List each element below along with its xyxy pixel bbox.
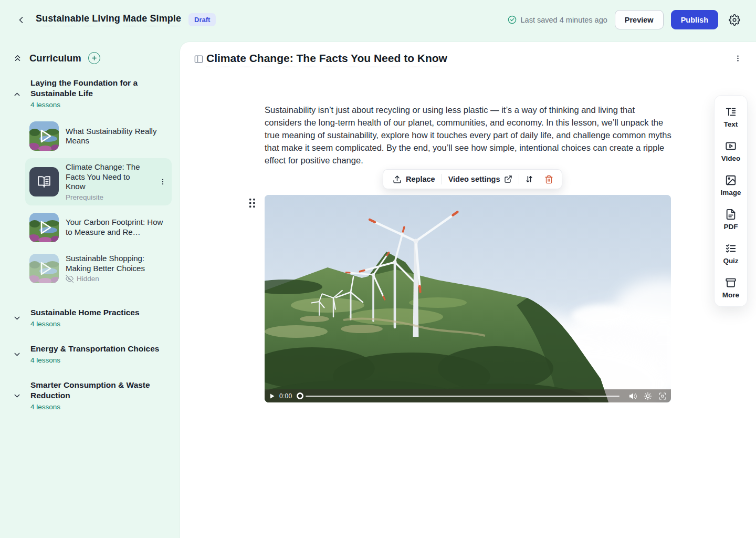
add-pdf-block-button[interactable]: PDF	[724, 209, 738, 231]
add-video-block-button[interactable]: Video	[721, 140, 741, 162]
lesson-list: What Sustainability Really Means Climate…	[25, 117, 172, 287]
lesson-item-selected[interactable]: Climate Change: The Facts You Need to Kn…	[25, 158, 172, 205]
trash-icon	[544, 175, 553, 184]
lesson-count: 4 lessons	[30, 403, 172, 411]
grip-dots-icon	[249, 198, 256, 209]
reading-thumbnail	[29, 167, 59, 196]
lesson-item-hidden[interactable]: Sustainable Shopping: Making Better Choi…	[25, 250, 172, 287]
arrows-up-down-icon	[524, 174, 534, 184]
video-icon	[725, 140, 737, 152]
settings-button[interactable]	[727, 12, 742, 28]
topbar-actions: Last saved 4 minutes ago Preview Publish	[508, 10, 742, 29]
chevron-left-icon	[16, 15, 26, 25]
text-icon	[725, 106, 737, 118]
add-section-button[interactable]	[88, 52, 100, 64]
replace-label: Replace	[406, 175, 435, 183]
quiz-checklist-icon	[725, 243, 737, 254]
lesson-subtitle: Prerequisite	[66, 193, 151, 201]
save-status: Last saved 4 minutes ago	[508, 15, 607, 24]
tool-label: PDF	[724, 223, 738, 231]
lesson-count: 4 lessons	[30, 101, 172, 109]
kebab-icon	[734, 54, 742, 63]
curriculum-section: Energy & Transportation Choices 4 lesson…	[13, 344, 172, 364]
block-tools-panel: Text Video Image PDF	[714, 95, 748, 307]
video-player[interactable]: 0:00	[265, 195, 671, 402]
archive-box-icon	[725, 277, 737, 288]
panel-icon	[194, 54, 204, 64]
chevron-down-icon	[13, 314, 22, 323]
player-settings-button[interactable]	[644, 392, 652, 400]
progress-bar[interactable]	[306, 396, 620, 397]
replace-button[interactable]: Replace	[386, 170, 442, 189]
block-drag-handle[interactable]	[249, 198, 256, 209]
section-header[interactable]: Laying the Foundation for a Sustainable …	[13, 78, 172, 109]
upload-icon	[393, 175, 402, 184]
section-title: Laying the Foundation for a Sustainable …	[30, 78, 138, 98]
section-header[interactable]: Sustainable Home Practices 4 lessons	[13, 307, 172, 328]
tool-label: More	[722, 291, 739, 299]
curriculum-header: Curriculum	[13, 52, 172, 64]
tool-label: Quiz	[723, 257, 738, 265]
toggle-sidebar-button[interactable]	[194, 54, 204, 64]
book-open-icon	[37, 175, 51, 189]
chevron-down-icon	[13, 391, 22, 400]
section-header[interactable]: Smarter Consumption & Waste Reduction 4 …	[13, 380, 172, 411]
tool-label: Video	[721, 154, 741, 162]
video-settings-label: Video settings	[448, 175, 500, 183]
curriculum-sidebar: Curriculum Laying the Foundation for a S…	[0, 39, 180, 538]
chevron-down-icon	[13, 350, 22, 359]
section-title: Energy & Transportation Choices	[30, 344, 159, 353]
add-text-block-button[interactable]: Text	[724, 106, 738, 128]
video-frame-windfarm	[265, 195, 671, 402]
curriculum-section: Smarter Consumption & Waste Reduction 4 …	[13, 380, 172, 411]
chevron-up-icon	[13, 90, 22, 99]
publish-button[interactable]: Publish	[671, 10, 718, 29]
lesson-editor: Climate Change: The Facts You Need to Kn…	[180, 42, 756, 538]
video-time: 0:00	[279, 392, 292, 400]
lesson-paragraph[interactable]: Sustainability isn’t just about recyclin…	[265, 104, 673, 167]
lesson-item[interactable]: What Sustainability Really Means	[25, 117, 172, 155]
video-thumbnail	[29, 121, 59, 151]
course-title[interactable]: Sustainable Living Made Simple	[36, 13, 181, 26]
status-badge: Draft	[188, 13, 216, 26]
lesson-title: Sustainable Shopping: Making Better Choi…	[66, 254, 167, 273]
fullscreen-button[interactable]	[658, 392, 667, 400]
lesson-menu-button[interactable]	[158, 175, 167, 188]
more-blocks-button[interactable]: More	[722, 277, 739, 299]
section-title: Sustainable Home Practices	[30, 308, 140, 317]
save-status-text: Last saved 4 minutes ago	[521, 16, 607, 24]
video-settings-button[interactable]: Video settings	[442, 170, 519, 189]
eye-off-icon	[66, 275, 74, 283]
lesson-subtitle: Hidden	[66, 275, 167, 283]
hidden-label: Hidden	[77, 275, 99, 283]
video-thumbnail	[29, 213, 59, 242]
play-button[interactable]	[269, 393, 275, 399]
topbar: Sustainable Living Made Simple Draft Las…	[0, 0, 756, 39]
preview-button[interactable]: Preview	[615, 10, 664, 29]
section-header[interactable]: Energy & Transportation Choices 4 lesson…	[13, 344, 172, 364]
lesson-options-button[interactable]	[734, 54, 742, 63]
delete-block-button[interactable]	[539, 170, 559, 189]
collapse-all-button[interactable]	[13, 53, 23, 63]
add-quiz-block-button[interactable]: Quiz	[723, 243, 738, 265]
curriculum-title: Curriculum	[29, 53, 81, 64]
volume-button[interactable]	[629, 392, 637, 400]
video-thumbnail	[29, 254, 59, 283]
lesson-title: Your Carbon Footprint: How to Measure an…	[66, 218, 167, 237]
lesson-item[interactable]: Your Carbon Footprint: How to Measure an…	[25, 209, 172, 246]
scrubber-handle[interactable]	[297, 392, 303, 399]
tool-label: Image	[720, 189, 741, 196]
move-block-button[interactable]	[519, 170, 539, 189]
lesson-count: 4 lessons	[30, 320, 172, 328]
video-controls: 0:00	[265, 389, 671, 402]
lesson-title: Climate Change: The Facts You Need to Kn…	[66, 162, 151, 192]
lesson-title-heading[interactable]: Climate Change: The Facts You Need to Kn…	[206, 52, 447, 67]
lesson-title: What Sustainability Really Means	[66, 127, 167, 146]
curriculum-section: Sustainable Home Practices 4 lessons	[13, 307, 172, 328]
back-button[interactable]	[14, 13, 28, 27]
add-image-block-button[interactable]: Image	[720, 174, 741, 196]
kebab-icon	[159, 178, 166, 186]
image-icon	[725, 174, 737, 186]
section-title: Smarter Consumption & Waste Reduction	[30, 380, 150, 400]
pdf-file-icon	[725, 209, 737, 220]
